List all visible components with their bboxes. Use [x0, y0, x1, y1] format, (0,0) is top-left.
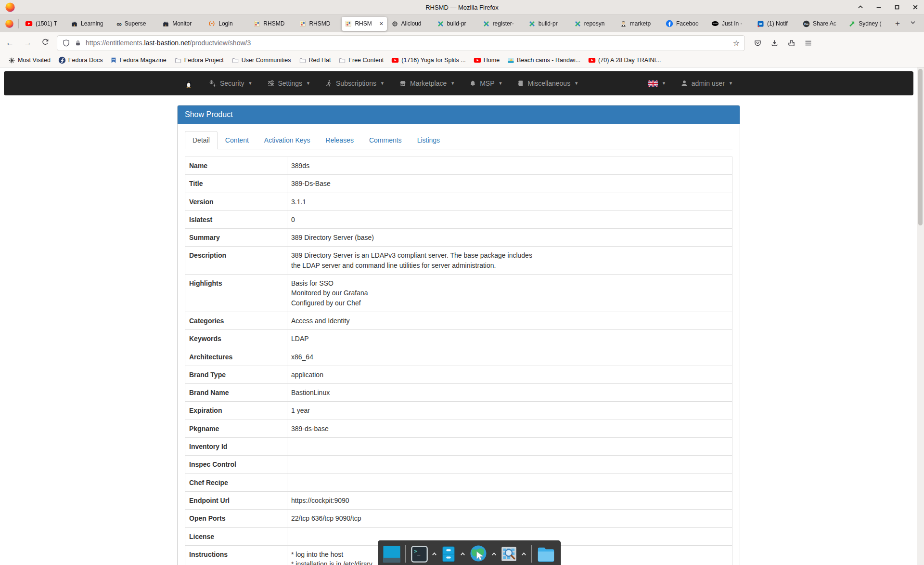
uk-flag-icon	[648, 80, 658, 87]
svg-text:_: _	[417, 549, 421, 555]
product-tab-activation-keys[interactable]: Activation Keys	[257, 131, 318, 149]
browser-tab[interactable]: ∞Superse	[113, 17, 158, 31]
bookmark-label: Fedora Docs	[68, 57, 103, 64]
dock-window-list-caret[interactable]	[460, 552, 465, 556]
fedora-icon	[58, 56, 66, 64]
product-row: Title389-Ds-Base	[185, 175, 732, 193]
product-row: Inventory Id	[185, 438, 732, 456]
scrollbar-thumb[interactable]	[918, 69, 923, 225]
language-menu[interactable]: ▼	[641, 71, 673, 95]
nav-menu-label: Marketplace	[410, 79, 447, 87]
bookmark-star-icon[interactable]: ☆	[733, 39, 740, 48]
nav-menu-security[interactable]: Security▼	[202, 71, 260, 95]
bookmark-item[interactable]: Beach cams - Randwi...	[504, 56, 584, 65]
caret-down-icon: ▼	[248, 81, 253, 86]
menu-hamburger-icon[interactable]	[804, 39, 812, 47]
terminal-icon[interactable]: >_	[411, 545, 428, 563]
browser-tab[interactable]: Learning	[67, 17, 112, 31]
bookmark-item[interactable]: User Communities	[228, 56, 295, 65]
dock-window-list-caret[interactable]	[491, 552, 497, 556]
minimize-window-icon[interactable]	[875, 3, 883, 11]
url-bar[interactable]: https://entitlements.last-bastion.net/pr…	[57, 35, 745, 51]
field-label: Brand Name	[185, 384, 287, 402]
tracking-shield-icon[interactable]	[62, 39, 70, 47]
bookmark-item[interactable]: Red Hat	[295, 56, 334, 65]
field-label: Categories	[185, 312, 287, 329]
bookmark-item[interactable]: Fedora Project	[171, 56, 227, 65]
bookmark-label: Fedora Magazine	[119, 57, 166, 64]
browser-tab[interactable]: RHSMD	[296, 17, 341, 31]
caret-down-icon: ▼	[306, 81, 310, 86]
browser-tab[interactable]: Just In -	[708, 17, 753, 31]
bookmark-item[interactable]: (70) A 28 Day TRAINI...	[585, 55, 664, 65]
firefox-view-button[interactable]	[5, 19, 14, 28]
maximize-window-icon[interactable]	[893, 3, 901, 11]
list-tabs-icon[interactable]	[905, 19, 921, 28]
browser-tab[interactable]: FmShare Ac	[799, 17, 844, 31]
globe-icon[interactable]	[469, 544, 488, 564]
browser-tab[interactable]: reposyn	[571, 17, 616, 31]
tab-close-icon[interactable]: ×	[379, 20, 383, 27]
back-button[interactable]: ←	[6, 38, 14, 48]
close-window-icon[interactable]	[911, 3, 919, 11]
product-tab-listings[interactable]: Listings	[410, 131, 448, 149]
extensions-puzzle-icon[interactable]	[787, 39, 796, 47]
bookmark-item[interactable]: FMFedora Magazine	[107, 55, 169, 65]
runner-icon	[325, 79, 333, 87]
nav-menu-settings[interactable]: Settings▼	[260, 71, 318, 95]
reload-button[interactable]	[41, 38, 49, 48]
bookmark-item[interactable]: Home	[470, 55, 503, 65]
browser-tab[interactable]: Sydney (	[845, 17, 890, 31]
lock-icon[interactable]	[75, 39, 81, 47]
browser-tab[interactable]: Alicloud	[388, 17, 433, 31]
browser-tab[interactable]: register-	[479, 17, 524, 31]
tab-title: Share Ac	[813, 20, 841, 27]
product-tab-comments[interactable]: Comments	[361, 131, 410, 149]
browser-tab[interactable]: in(1) Notif	[754, 17, 798, 31]
browser-tab[interactable]: marketp	[616, 17, 661, 31]
penguin-logo-icon[interactable]	[177, 79, 202, 89]
tab-strip: (1501) TLearning∞SuperseMonitorLoginRHSM…	[0, 15, 924, 32]
bookmark-item[interactable]: (1716) Yoga for Splits ...	[388, 55, 469, 65]
forward-button[interactable]: →	[24, 38, 32, 48]
page-scrollbar[interactable]	[917, 67, 924, 565]
nav-menu-miscellaneous[interactable]: Miscellaneous▼	[510, 71, 586, 95]
field-value: 389-Ds-Base	[287, 175, 732, 193]
browser-tab[interactable]: build-pr	[525, 17, 570, 31]
product-row: Pkgname389-ds-base	[185, 420, 732, 437]
field-label: Description	[185, 247, 287, 275]
blue-folder-icon[interactable]	[536, 545, 556, 563]
browser-tab[interactable]: Faceboo	[662, 17, 707, 31]
bell-icon	[469, 79, 476, 87]
cabinet-icon[interactable]	[440, 545, 457, 563]
nav-menu-subscriptions[interactable]: Subscriptions▼	[318, 71, 392, 95]
user-menu[interactable]: admin user ▼	[673, 71, 740, 95]
browser-tab[interactable]: (1501) T	[22, 17, 66, 31]
bookmark-label: Most Visited	[18, 57, 51, 64]
nav-menu-msp[interactable]: MSP▼	[462, 71, 510, 95]
bookmark-item[interactable]: Most Visited	[5, 56, 54, 65]
field-label: Name	[185, 157, 287, 175]
new-tab-button[interactable]: +	[890, 19, 905, 28]
browser-tab[interactable]: Login	[205, 17, 249, 31]
nav-menu-marketplace[interactable]: Marketplace▼	[392, 71, 462, 95]
bookmark-item[interactable]: Free Content	[335, 56, 387, 65]
browser-tab[interactable]: Monitor	[159, 17, 204, 31]
field-label: Expiration	[185, 402, 287, 420]
product-tab-content[interactable]: Content	[218, 131, 257, 149]
product-tab-detail[interactable]: Detail	[185, 131, 218, 149]
shade-window-icon[interactable]	[857, 3, 864, 11]
magnifier-icon[interactable]	[500, 545, 518, 563]
dock-window-list-caret[interactable]	[521, 552, 526, 556]
pocket-icon[interactable]	[754, 39, 762, 47]
youtube-icon	[474, 56, 481, 64]
browser-tab[interactable]: build-pr	[434, 17, 478, 31]
browser-tab[interactable]: RHSMD	[250, 17, 295, 31]
dock-window-list-caret[interactable]	[432, 552, 437, 556]
tab-title: register-	[493, 20, 521, 27]
pager-icon[interactable]	[383, 545, 401, 563]
browser-tab[interactable]: RHSM×	[342, 17, 386, 31]
product-tab-releases[interactable]: Releases	[318, 131, 361, 149]
downloads-icon[interactable]	[770, 39, 779, 47]
bookmark-item[interactable]: Fedora Docs	[55, 55, 106, 65]
